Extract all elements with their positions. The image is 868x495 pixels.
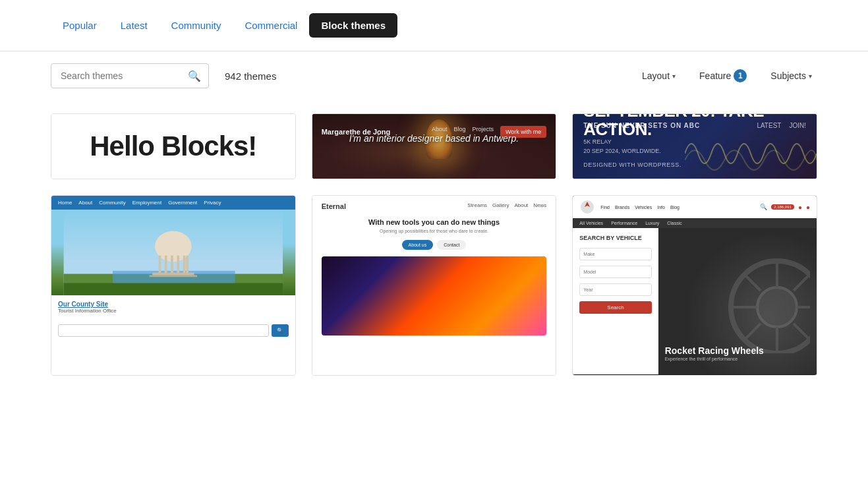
rocket-sub-performance: Performance [611, 221, 637, 225]
happening-heading: GLOBAL RUN, SEPTEMBER 20: TAKE ACTION. [583, 114, 806, 139]
rocket-search-button[interactable]: Search [579, 301, 651, 314]
rocket-sidebar-title: SEARCH BY VEHICLE [579, 235, 651, 241]
subjects-chevron: ▾ [809, 73, 812, 80]
eternal-nav: Eternal Streams Gallery About News [322, 202, 547, 210]
rocket-make-input[interactable] [579, 248, 651, 260]
happening-footer: DESIGNED WITH WORDPRESS. [583, 161, 681, 168]
county-search-button[interactable]: 🔍 [272, 324, 289, 337]
rocket-overlay-text: Rocket Racing Wheels Experience the thri… [665, 345, 810, 361]
nav-tab-commercial[interactable]: Commercial [233, 13, 309, 38]
nav-tabs: PopularLatestCommunityCommercialBlock th… [0, 0, 868, 51]
theme-card-margarethe[interactable]: Margarethe de Jong About Blog Projects W… [312, 113, 557, 179]
theme-preview-eternal: Eternal Streams Gallery About News With … [312, 196, 556, 375]
theme-info-eternal: Eternal [312, 375, 556, 376]
rocket-link-info: Info [657, 205, 665, 210]
rocket-wheel-svg [718, 235, 810, 353]
svg-rect-9 [113, 271, 235, 283]
theme-grid: Hello Blocks! Hello Blocks Margarethe de… [0, 100, 868, 402]
theme-card-happening[interactable]: THE SUN NEVER SETS ON ABC LATEST JOIN! 5… [572, 113, 817, 179]
search-container: 🔍 [51, 63, 209, 88]
theme-card-rocket[interactable]: Find Brands Vehicles Info Blog 🔍 2,186,0… [572, 195, 817, 376]
svg-line-27 [744, 274, 761, 291]
eternal-link-news: News [533, 202, 546, 210]
svg-rect-8 [64, 283, 283, 295]
feature-badge: 1 [734, 69, 747, 82]
nav-tab-block-themes[interactable]: Block themes [309, 13, 397, 38]
county-title: Our County Site [58, 301, 289, 308]
happening-relay: 5K RELAY [583, 138, 660, 147]
margarethe-tagline: I'm an interior designer based in Antwer… [337, 132, 532, 146]
eternal-btn-about[interactable]: About us [402, 240, 434, 250]
rocket-sidebar: SEARCH BY VEHICLE Search [573, 228, 658, 374]
theme-info-county: County Site [51, 375, 295, 376]
layout-filter[interactable]: Layout ▾ [637, 67, 681, 85]
happening-sub: 5K RELAY 20 SEP 2024, WORLDWIDE. [583, 138, 660, 156]
rocket-sub-luxury: Luxury [645, 221, 659, 225]
theme-card-county[interactable]: Home About Community Employment Governme… [51, 195, 296, 376]
rocket-search-icon: 🔍 [760, 204, 767, 210]
county-search-input[interactable] [58, 324, 269, 337]
svg-line-30 [744, 324, 761, 340]
toolbar: 🔍 942 themes Layout ▾ Feature 1 Subjects… [0, 51, 868, 100]
rocket-dot-icon: ● [806, 204, 810, 211]
rocket-overlay-title: Rocket Racing Wheels [665, 345, 810, 357]
nav-tab-latest[interactable]: Latest [109, 13, 159, 38]
theme-preview-margarethe: Margarethe de Jong About Blog Projects W… [312, 114, 556, 179]
search-input[interactable] [51, 63, 209, 88]
subjects-filter[interactable]: Subjects ▾ [765, 67, 817, 85]
rocket-nav-icons: 🔍 2,186,091 ● ● [760, 204, 810, 211]
feature-filter[interactable]: Feature 1 [694, 65, 752, 86]
subjects-label: Subjects [770, 71, 806, 81]
rocket-count: 2,186,091 [771, 204, 794, 210]
rocket-overlay-sub: Experience the thrill of performance [665, 357, 810, 361]
eternal-sub: Opening up possibilities for those who d… [322, 229, 547, 233]
rocket-nav-links: Find Brands Vehicles Info Blog [600, 205, 680, 210]
svg-line-29 [794, 274, 810, 291]
county-nav-employment: Employment [132, 200, 161, 206]
county-nav-community: Community [99, 200, 125, 206]
svg-rect-14 [177, 256, 179, 274]
eternal-nav-links: Streams Gallery About News [467, 202, 546, 210]
svg-rect-11 [159, 256, 161, 274]
rocket-sub-all: All Vehicles [579, 221, 603, 225]
rocket-year-input[interactable] [579, 283, 651, 296]
theme-preview-rocket: Find Brands Vehicles Info Blog 🔍 2,186,0… [573, 196, 817, 375]
rocket-link-blog: Blog [670, 205, 680, 210]
nav-tab-community[interactable]: Community [159, 13, 233, 38]
county-nav-privacy: Privacy [204, 200, 221, 206]
eternal-link-streams: Streams [467, 202, 487, 210]
theme-info-happening: Happening [573, 179, 817, 179]
theme-card-eternal[interactable]: Eternal Streams Gallery About News With … [312, 195, 557, 376]
rocket-model-input[interactable] [579, 266, 651, 278]
hello-blocks-text: Hello Blocks! [90, 131, 256, 162]
nav-tab-popular[interactable]: Popular [51, 13, 109, 38]
theme-info-rocket: Rocket Racing Wheels [573, 375, 817, 376]
themes-count: 942 themes [225, 71, 276, 82]
svg-point-22 [757, 287, 797, 327]
eternal-nav-title: Eternal [322, 202, 346, 210]
eternal-visual [322, 256, 547, 335]
county-nav-government: Government [168, 200, 197, 206]
theme-info-margarethe: Margarethe [312, 179, 556, 179]
eternal-btn-contact[interactable]: Contact [437, 240, 466, 250]
county-nav-about: About [78, 200, 92, 206]
filter-group: Layout ▾ Feature 1 Subjects ▾ [637, 65, 817, 86]
layout-label: Layout [642, 71, 670, 81]
eternal-link-gallery: Gallery [492, 202, 509, 210]
layout-chevron: ▾ [672, 73, 676, 80]
theme-preview-hello-blocks: Hello Blocks! [51, 114, 295, 179]
svg-rect-13 [171, 256, 173, 274]
theme-info-hello-blocks: Hello Blocks [51, 179, 295, 179]
county-img-area [51, 210, 295, 295]
rocket-content: SEARCH BY VEHICLE Search [573, 228, 817, 374]
rocket-link-vehicles: Vehicles [635, 205, 652, 210]
county-nav-home: Home [58, 200, 72, 206]
svg-rect-16 [186, 256, 188, 274]
county-monument-svg [51, 210, 295, 295]
eternal-btns: About us Contact [322, 240, 547, 250]
theme-card-hello-blocks[interactable]: Hello Blocks! Hello Blocks [51, 113, 296, 179]
eternal-tagline: With new tools you can do new things [322, 218, 547, 226]
theme-preview-county: Home About Community Employment Governme… [51, 196, 295, 375]
svg-rect-12 [165, 256, 167, 274]
theme-preview-happening: THE SUN NEVER SETS ON ABC LATEST JOIN! 5… [573, 114, 817, 179]
